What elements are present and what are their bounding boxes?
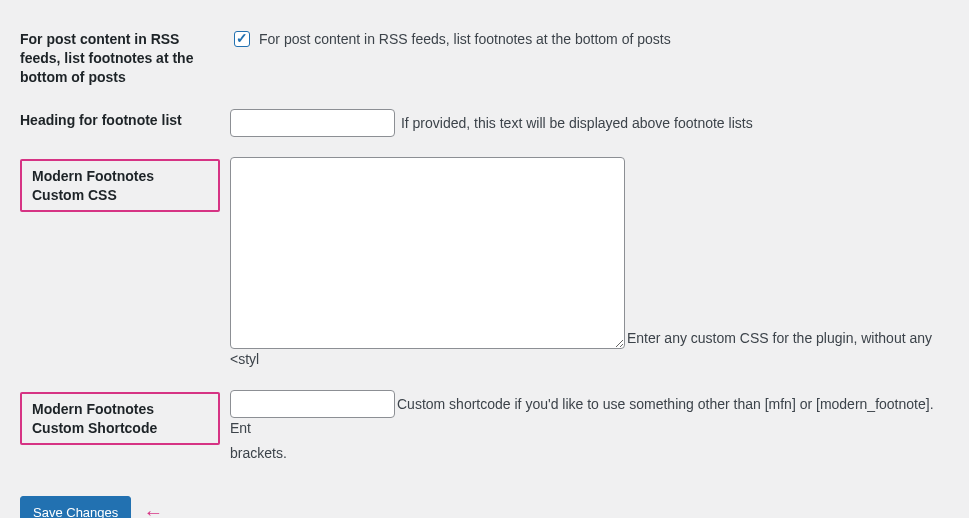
submit-row: Save Changes ← — [20, 496, 949, 518]
row-label-heading: Heading for footnote list — [20, 112, 182, 128]
custom-css-textarea[interactable] — [230, 157, 625, 349]
row-rss-footnotes: For post content in RSS feeds, list foot… — [20, 18, 949, 99]
shortcode-desc-2: brackets. — [230, 443, 949, 464]
arrow-annotation-icon: ← — [143, 502, 163, 518]
row-label-css: Modern Footnotes Custom CSS — [20, 159, 220, 213]
rss-checkbox-text: For post content in RSS feeds, list foot… — [259, 29, 671, 50]
row-custom-css: Modern Footnotes Custom CSS Enter any cu… — [20, 147, 949, 380]
heading-input[interactable] — [230, 109, 395, 137]
rss-checkbox[interactable] — [234, 31, 250, 47]
row-label-rss: For post content in RSS feeds, list foot… — [20, 31, 193, 85]
row-heading: Heading for footnote list If provided, t… — [20, 99, 949, 147]
shortcode-input[interactable] — [230, 390, 395, 418]
row-custom-shortcode: Modern Footnotes Custom Shortcode Custom… — [20, 380, 949, 474]
rss-checkbox-label[interactable]: For post content in RSS feeds, list foot… — [230, 28, 949, 50]
save-changes-button[interactable]: Save Changes — [20, 496, 131, 518]
heading-desc: If provided, this text will be displayed… — [401, 115, 753, 131]
row-label-shortcode: Modern Footnotes Custom Shortcode — [20, 392, 220, 446]
settings-form-table: For post content in RSS feeds, list foot… — [20, 18, 949, 474]
